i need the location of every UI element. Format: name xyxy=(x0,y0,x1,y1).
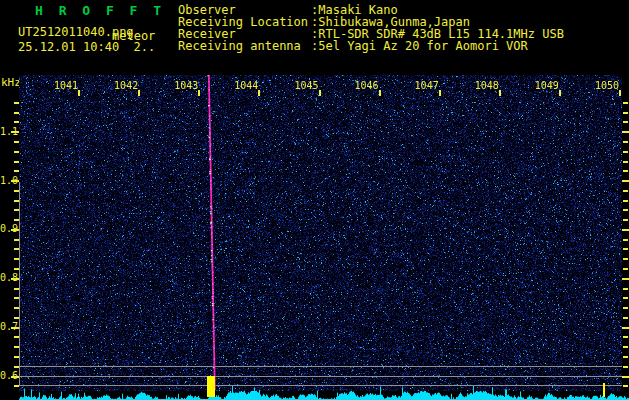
freq-tick-major xyxy=(622,131,629,133)
freq-tick-minor xyxy=(623,239,628,241)
freq-tick-minor xyxy=(623,366,628,368)
freq-tick-minor xyxy=(623,307,628,309)
time-tick xyxy=(258,90,260,96)
freq-tick-minor xyxy=(623,209,628,211)
time-tick-label: 1049 xyxy=(533,80,559,91)
info-value-antenna: 5el Yagi Az 20 for Aomori VOR xyxy=(318,39,528,53)
freq-tick-minor xyxy=(623,336,628,338)
freq-tick-minor xyxy=(623,102,628,104)
freq-tick-minor xyxy=(14,112,19,114)
freq-tick-minor xyxy=(623,200,628,202)
freq-tick-minor xyxy=(14,239,19,241)
freq-tick-minor xyxy=(14,307,19,309)
freq-tick-minor xyxy=(623,141,628,143)
timestamp-suffix: 2.. xyxy=(134,40,156,54)
time-tick-label: 1045 xyxy=(293,80,319,91)
freq-tick-major xyxy=(622,376,629,378)
time-tick-label: 1041 xyxy=(52,80,78,91)
freq-tick-minor xyxy=(623,219,628,221)
spectrogram-canvas xyxy=(19,75,629,400)
freq-tick-minor xyxy=(623,151,628,153)
freq-tick-major xyxy=(11,278,19,280)
freq-tick-minor xyxy=(623,346,628,348)
freq-tick-minor xyxy=(623,317,628,319)
info-row-antenna: Receiving antenna:5el Yagi Az 20 for Aom… xyxy=(178,40,528,52)
freq-tick-major xyxy=(622,180,629,182)
time-tick-label: 1042 xyxy=(112,80,138,91)
freq-tick-major xyxy=(11,327,19,329)
freq-tick-minor xyxy=(14,268,19,270)
freq-tick-minor xyxy=(14,336,19,338)
time-tick xyxy=(379,90,381,96)
freq-tick-minor xyxy=(14,356,19,358)
freq-tick-minor xyxy=(623,288,628,290)
freq-tick-minor xyxy=(14,200,19,202)
freq-tick-major xyxy=(11,180,19,182)
freq-tick-minor xyxy=(623,268,628,270)
freq-tick-major xyxy=(622,327,629,329)
freq-tick-major xyxy=(11,229,19,231)
freq-tick-minor xyxy=(14,151,19,153)
freq-tick-minor xyxy=(14,297,19,299)
freq-tick-minor xyxy=(623,356,628,358)
freq-tick-minor xyxy=(623,248,628,250)
freq-tick-minor xyxy=(14,121,19,123)
time-tick xyxy=(439,90,441,96)
time-tick xyxy=(319,90,321,96)
freq-tick-minor xyxy=(623,297,628,299)
time-tick xyxy=(619,90,621,96)
freq-tick-minor xyxy=(14,190,19,192)
freq-tick-major xyxy=(622,229,629,231)
info-label-antenna: Receiving antenna xyxy=(178,40,311,52)
time-tick-label: 1043 xyxy=(172,80,198,91)
freq-tick-minor xyxy=(14,346,19,348)
freq-tick-major xyxy=(622,278,629,280)
time-tick-label: 1044 xyxy=(232,80,258,91)
time-tick-label: 1048 xyxy=(473,80,499,91)
freq-tick-minor xyxy=(623,190,628,192)
freq-tick-minor xyxy=(14,248,19,250)
timestamp-row: 25.12.01 10:40 2.. xyxy=(18,41,155,54)
time-tick-label: 1047 xyxy=(413,80,439,91)
time-tick-label: 1046 xyxy=(353,80,379,91)
time-tick xyxy=(499,90,501,96)
freq-tick-minor xyxy=(14,366,19,368)
freq-tick-minor xyxy=(14,219,19,221)
time-tick xyxy=(198,90,200,96)
time-tick xyxy=(559,90,561,96)
freq-tick-major xyxy=(11,376,19,378)
timestamp: 25.12.01 10:40 xyxy=(18,40,119,54)
freq-tick-minor xyxy=(14,385,19,387)
time-tick xyxy=(138,90,140,96)
freq-tick-minor xyxy=(14,317,19,319)
freq-tick-minor xyxy=(623,121,628,123)
freq-tick-minor xyxy=(623,258,628,260)
freq-tick-minor xyxy=(14,170,19,172)
freq-tick-minor xyxy=(623,385,628,387)
freq-tick-minor xyxy=(623,112,628,114)
freq-tick-minor xyxy=(623,170,628,172)
freq-tick-minor xyxy=(623,161,628,163)
freq-tick-minor xyxy=(14,258,19,260)
freq-tick-minor xyxy=(14,288,19,290)
freq-tick-minor xyxy=(14,141,19,143)
hrofft-screenshot: H R O F F T UT2512011040.png meteor 25.1… xyxy=(0,0,629,400)
time-tick-label: 1050 xyxy=(593,80,619,91)
freq-tick-major xyxy=(11,131,19,133)
freq-tick-minor xyxy=(14,161,19,163)
frequency-axis-unit: kHz xyxy=(1,77,21,88)
time-tick xyxy=(78,90,80,96)
app-title: H R O F F T xyxy=(35,4,165,17)
freq-tick-minor xyxy=(14,209,19,211)
freq-tick-minor xyxy=(14,102,19,104)
